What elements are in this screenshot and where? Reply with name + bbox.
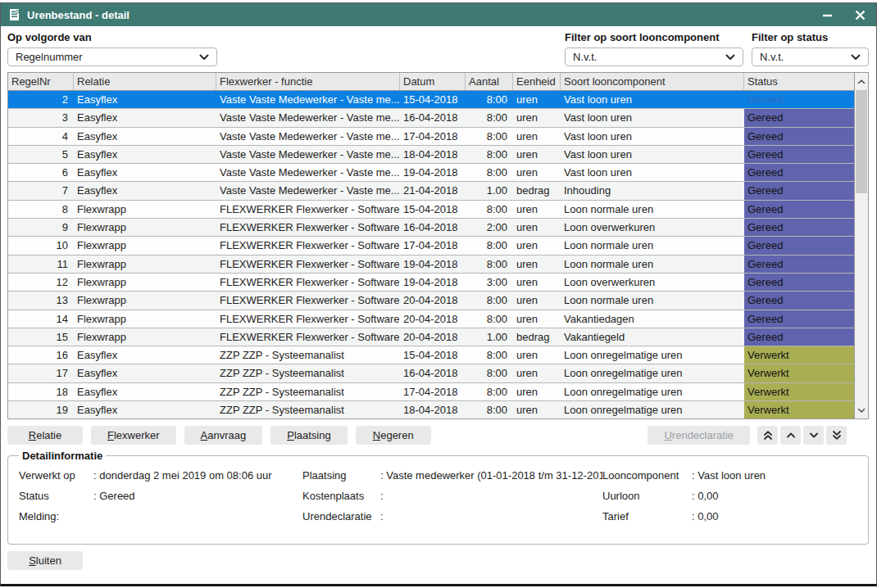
cell-flexwerker: ZZP ZZP - Systeemanalist bbox=[216, 346, 400, 364]
next-record-button[interactable] bbox=[803, 426, 824, 445]
cell-eenheid: uren bbox=[513, 219, 561, 236]
cell-aantal: 1.00 bbox=[466, 182, 513, 199]
table-row[interactable]: 15FlexwrappFLEXWERKER Flexwerker - Softw… bbox=[8, 328, 854, 346]
cell-aantal: 8:00 bbox=[466, 109, 513, 126]
double-chevron-up-icon bbox=[763, 430, 773, 441]
cell-relatie: Flexwrapp bbox=[74, 256, 216, 273]
table-row[interactable]: 2EasyflexVaste Vaste Medewerker - Vaste … bbox=[8, 91, 854, 109]
cell-nr: 16 bbox=[8, 346, 74, 364]
plaatsing-label: Plaatsing bbox=[302, 469, 380, 482]
cell-datum: 20-04-2018 bbox=[400, 310, 466, 328]
cell-aantal: 8:00 bbox=[466, 128, 513, 145]
relatie-button[interactable]: Relatie bbox=[7, 426, 83, 445]
cell-flexwerker: ZZP ZZP - Systeemanalist bbox=[216, 401, 400, 418]
status-badge: Gereed bbox=[744, 237, 854, 254]
table-row[interactable]: 12FlexwrappFLEXWERKER Flexwerker - Softw… bbox=[8, 274, 854, 292]
cell-datum: 15-04-2018 bbox=[400, 201, 466, 218]
chevron-up-icon bbox=[786, 432, 796, 439]
urendeclaratie-button[interactable]: Urendeclaratie bbox=[648, 426, 750, 445]
status-badge: Verwerkt bbox=[744, 364, 854, 382]
uurloon-value: : 0,00 bbox=[692, 490, 860, 502]
table-row[interactable]: 16EasyflexZZP ZZP - Systeemanalist15-04-… bbox=[8, 346, 854, 364]
cell-flexwerker: FLEXWERKER Flexwerker - Software ... bbox=[216, 274, 400, 291]
cell-flexwerker: Vaste Vaste Medewerker - Vaste me... bbox=[216, 182, 400, 199]
sort-order-label: Op volgorde van bbox=[7, 31, 217, 43]
table-row[interactable]: 9FlexwrappFLEXWERKER Flexwerker - Softwa… bbox=[8, 219, 854, 237]
chevron-down-icon bbox=[809, 432, 819, 439]
first-record-button[interactable] bbox=[757, 426, 778, 445]
filter-status-label: Filter op status bbox=[752, 31, 869, 43]
cell-relatie: Easyflex bbox=[74, 146, 216, 163]
filter-looncomponent-label: Filter op soort looncomponent bbox=[565, 31, 743, 43]
table-row[interactable]: 6EasyflexVaste Vaste Medewerker - Vaste … bbox=[8, 164, 854, 182]
table-row[interactable]: 3EasyflexVaste Vaste Medewerker - Vaste … bbox=[8, 109, 854, 127]
cell-component: Vast loon uren bbox=[561, 128, 744, 145]
cell-eenheid: uren bbox=[513, 164, 561, 181]
cell-component: Loon onregelmatige uren bbox=[561, 383, 744, 400]
cell-component: Inhouding bbox=[561, 182, 744, 199]
cell-aantal: 8:00 bbox=[466, 292, 513, 309]
table-row[interactable]: 7EasyflexVaste Vaste Medewerker - Vaste … bbox=[8, 182, 854, 200]
table-row[interactable]: 19EasyflexZZP ZZP - Systeemanalist18-04-… bbox=[8, 401, 854, 418]
urendeclaratie-label: Urendeclaratie bbox=[302, 510, 380, 522]
cell-nr: 19 bbox=[8, 401, 74, 418]
cell-nr: 6 bbox=[8, 164, 74, 181]
status-badge: Gereed bbox=[744, 310, 854, 328]
cell-eenheid: uren bbox=[513, 146, 561, 163]
table-row[interactable]: 10FlexwrappFLEXWERKER Flexwerker - Softw… bbox=[8, 237, 854, 255]
cell-relatie: Easyflex bbox=[74, 91, 216, 108]
cell-aantal: 3:00 bbox=[466, 274, 513, 291]
cell-nr: 4 bbox=[8, 128, 74, 145]
close-icon[interactable] bbox=[853, 8, 866, 21]
table-row[interactable]: 17EasyflexZZP ZZP - Systeemanalist16-04-… bbox=[8, 364, 854, 382]
table-row[interactable]: 18EasyflexZZP ZZP - Systeemanalist17-04-… bbox=[8, 383, 854, 401]
cell-aantal: 8:00 bbox=[466, 364, 513, 382]
column-header-relatie: Relatie bbox=[74, 73, 216, 90]
looncomponent-label: Looncomponent bbox=[602, 469, 692, 482]
cell-flexwerker: FLEXWERKER Flexwerker - Software ... bbox=[216, 328, 400, 346]
actions-bar: Relatie Flexwerker Aanvraag Plaatsing Ne… bbox=[7, 426, 869, 445]
table-row[interactable]: 4EasyflexVaste Vaste Medewerker - Vaste … bbox=[8, 128, 854, 146]
cell-relatie: Easyflex bbox=[74, 346, 216, 364]
minimize-button[interactable] bbox=[820, 8, 834, 21]
scrollbar-thumb[interactable] bbox=[856, 90, 867, 193]
last-record-button[interactable] bbox=[826, 426, 847, 445]
filter-status-select[interactable]: N.v.t. bbox=[752, 47, 869, 66]
table-row[interactable]: 11FlexwrappFLEXWERKER Flexwerker - Softw… bbox=[8, 256, 854, 274]
aanvraag-button[interactable]: Aanvraag bbox=[184, 426, 263, 445]
cell-datum: 21-04-2018 bbox=[400, 182, 466, 199]
status-badge: Verwerkt bbox=[744, 401, 854, 418]
cell-component: Vakantiegeld bbox=[561, 328, 744, 346]
flexwerker-button[interactable]: Flexwerker bbox=[91, 426, 176, 445]
filter-looncomponent-select[interactable]: N.v.t. bbox=[565, 47, 743, 66]
previous-record-button[interactable] bbox=[780, 426, 801, 445]
sluiten-button[interactable]: Sluiten bbox=[7, 551, 83, 570]
plaatsing-button[interactable]: Plaatsing bbox=[270, 426, 347, 445]
scroll-up-icon[interactable] bbox=[855, 73, 868, 89]
vertical-scrollbar[interactable] bbox=[854, 73, 868, 418]
cell-component: Loon normale uren bbox=[561, 292, 744, 309]
cell-relatie: Easyflex bbox=[74, 164, 216, 181]
verwerkt-op-label: Verwerkt op bbox=[19, 469, 93, 482]
cell-nr: 13 bbox=[8, 292, 74, 309]
cell-eenheid: uren bbox=[513, 109, 561, 126]
cell-flexwerker: FLEXWERKER Flexwerker - Software ... bbox=[216, 292, 400, 309]
table-row[interactable]: 8FlexwrappFLEXWERKER Flexwerker - Softwa… bbox=[8, 201, 854, 219]
cell-eenheid: uren bbox=[513, 237, 561, 254]
table-row[interactable]: 5EasyflexVaste Vaste Medewerker - Vaste … bbox=[8, 146, 854, 164]
negeren-button[interactable]: Negeren bbox=[356, 426, 431, 445]
cell-flexwerker: FLEXWERKER Flexwerker - Software ... bbox=[216, 237, 400, 254]
table-row[interactable]: 14FlexwrappFLEXWERKER Flexwerker - Softw… bbox=[8, 310, 854, 328]
cell-component: Loon onregelmatige uren bbox=[561, 401, 744, 418]
cell-aantal: 8:00 bbox=[466, 346, 513, 364]
document-icon bbox=[9, 8, 20, 21]
scroll-down-icon[interactable] bbox=[855, 402, 868, 418]
titlebar: Urenbestand - detail bbox=[1, 3, 876, 26]
cell-eenheid: uren bbox=[513, 274, 561, 291]
cell-datum: 18-04-2018 bbox=[400, 401, 466, 418]
cell-nr: 5 bbox=[8, 146, 74, 163]
table-row[interactable]: 13FlexwrappFLEXWERKER Flexwerker - Softw… bbox=[8, 292, 854, 310]
sort-order-select[interactable]: Regelnummer bbox=[7, 47, 217, 66]
cell-relatie: Flexwrapp bbox=[74, 292, 216, 309]
verwerkt-op-value: : donderdag 2 mei 2019 om 08:06 uur bbox=[93, 469, 302, 482]
